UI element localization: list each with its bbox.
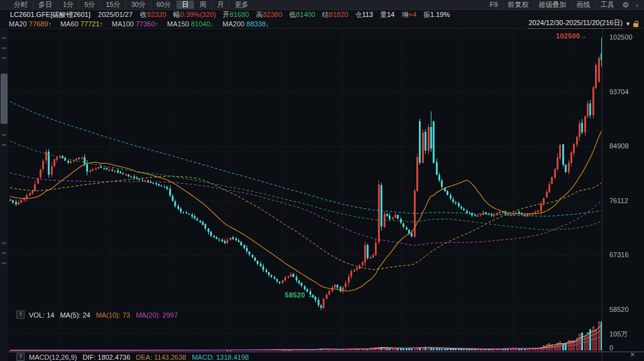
toolbar-right: F9前复权超级叠加画线工具⚙›: [486, 1, 641, 9]
y-axis-tick: 102500: [609, 33, 633, 41]
volume-axis-max: 105万: [609, 330, 628, 339]
price-volume-chart[interactable]: [0, 0, 644, 361]
instrument-symbol: LC2601.GFE[碳酸锂2601]: [10, 10, 91, 19]
quote-field-幅: 幅0.39%(320): [173, 10, 216, 19]
quote-field-高: 高82380: [256, 10, 282, 19]
tab-3[interactable]: 5分: [79, 1, 100, 9]
ma-values: MA20 77689↑MA60 77721↑MA100 77350↑MA150 …: [0, 20, 269, 28]
tab-8[interactable]: 周: [194, 1, 211, 9]
tab-10[interactable]: 更多: [229, 1, 253, 9]
chevron-right-icon[interactable]: ›: [633, 1, 641, 9]
tab-1[interactable]: 多日: [33, 1, 57, 9]
arrow-right-icon: →: [307, 291, 314, 299]
lock-icon[interactable]: [633, 21, 639, 27]
sidebar-selected-block[interactable]: [1, 74, 8, 124]
ma-value-MA20: MA20 77689↑: [9, 20, 52, 28]
quote-field-低: 低81400: [289, 10, 316, 19]
gear-icon[interactable]: ⚙: [619, 1, 633, 9]
toolbar-item-0[interactable]: F9: [486, 1, 502, 9]
tab-5[interactable]: 30分: [126, 1, 151, 9]
help-icon[interactable]: ?: [16, 353, 25, 361]
quote-field-开: 开81680: [223, 10, 249, 19]
ma-value-MA150: MA150 81040↓: [167, 20, 214, 28]
ma-value-MA200: MA200 88338↓: [223, 20, 269, 28]
quote-field-仓: 仓113: [355, 10, 374, 19]
ma-bar: MA20 77689↑MA60 77721↑MA100 77350↑MA150 …: [0, 19, 644, 29]
arrow-right-icon: →: [580, 32, 587, 40]
date-range-label[interactable]: 2024/12/30-2025/11/20(216日): [528, 18, 623, 29]
trading-app-window: 分时多日1分5分15分30分60分日周月更多 F9前复权超级叠加画线工具⚙› L…: [0, 0, 644, 361]
help-icon[interactable]: ?: [16, 311, 25, 319]
left-sidebar-strip[interactable]: [0, 28, 8, 361]
high-price-annotation: 102500→: [556, 32, 587, 40]
macd-pane-header: ? MACD(12,26,9) DIF: 1802.4736 DEA: 1143…: [16, 353, 255, 361]
y-axis-tick: 67316: [609, 251, 629, 258]
tab-4[interactable]: 15分: [100, 1, 125, 9]
toolbar-item-4[interactable]: 工具: [596, 1, 619, 9]
period-toolbar: 分时多日1分5分15分30分60分日周月更多 F9前复权超级叠加画线工具⚙›: [0, 0, 644, 10]
low-price-annotation: 58520 →: [285, 291, 314, 299]
toolbar-item-3[interactable]: 画线: [572, 1, 595, 9]
info-bar: LC2601.GFE[碳酸锂2601] 2025/01/27 收82320幅0.…: [0, 10, 644, 19]
volume-axis-zero: 0: [609, 344, 613, 352]
quote-field-增: 增+4: [402, 10, 417, 19]
tab-2[interactable]: 1分: [57, 1, 79, 9]
tab-0[interactable]: 分时: [9, 1, 33, 9]
volume-pane-header: ? VOL: 14 MA(5): 24 MA(10): 73 MA(20): 2…: [16, 311, 184, 319]
quote-field-振: 振1.19%: [423, 10, 450, 19]
y-axis-tick: 93704: [609, 88, 629, 96]
y-axis-tick: 58520: [609, 306, 629, 313]
tab-6[interactable]: 60分: [151, 1, 176, 9]
y-axis-tick: 84908: [609, 142, 629, 150]
period-tabs: 分时多日1分5分15分30分60分日周月更多: [9, 0, 253, 9]
y-axis-border: [602, 28, 602, 361]
quote-fields: 收82320幅0.39%(320)开81680高82380低81400结8182…: [140, 10, 457, 19]
chevron-down-icon[interactable]: ▼: [625, 21, 631, 27]
quote-date: 2025/01/27: [98, 11, 133, 18]
close-icon[interactable]: ×: [630, 350, 635, 359]
ma-value-MA60: MA60 77721↑: [60, 20, 103, 28]
toolbar-item-1[interactable]: 前复权: [503, 1, 533, 9]
tab-7[interactable]: 日: [176, 1, 194, 9]
toolbar-item-2[interactable]: 超级叠加: [534, 1, 571, 9]
date-range-selector[interactable]: 2024/12/30-2025/11/20(216日) ▼: [528, 18, 639, 29]
quote-field-收: 收82320: [140, 10, 167, 19]
quote-field-量: 量14: [380, 10, 394, 19]
ma-value-MA100: MA100 77350↑: [112, 20, 158, 28]
y-axis-tick: 76112: [609, 197, 628, 204]
tab-9[interactable]: 月: [211, 1, 229, 9]
quote-field-结: 结81820: [322, 10, 348, 19]
pane-divider[interactable]: [0, 352, 644, 352]
